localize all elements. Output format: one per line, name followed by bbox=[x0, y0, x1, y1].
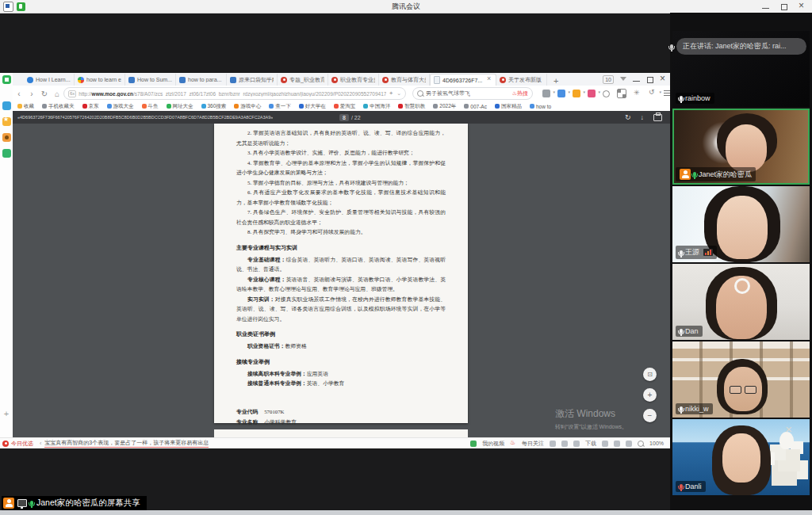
bookmark-item[interactable]: 游戏大全 bbox=[107, 103, 134, 110]
rail-add-icon[interactable]: + bbox=[0, 409, 13, 418]
browser-tab[interactable]: How I Learn... bbox=[24, 74, 75, 86]
daily-follow-label[interactable]: 每日关注 bbox=[522, 440, 544, 448]
extension-icon-pink[interactable] bbox=[588, 90, 596, 97]
doc-paragraph: 专业基础课程：综合英语、英语听力、英语口语、英语阅读、英语写作、英语视听说、书法… bbox=[236, 255, 446, 275]
bookmark-item[interactable]: 007-Ac bbox=[464, 104, 487, 109]
home-icon[interactable]: ⌂ bbox=[51, 90, 63, 98]
bookmark-item[interactable]: 360搜索 bbox=[201, 103, 227, 110]
daily-picks-icon[interactable] bbox=[2, 441, 9, 447]
forward-icon[interactable]: › bbox=[25, 90, 38, 98]
participant-tile[interactable]: nikki_w bbox=[672, 341, 810, 418]
status-icon[interactable] bbox=[561, 441, 568, 447]
pdf-print-icon[interactable] bbox=[653, 114, 662, 121]
browser-minimize-icon[interactable] bbox=[633, 76, 640, 83]
browser-close-icon[interactable] bbox=[660, 76, 667, 83]
bookmark-item[interactable]: 手机收藏夹 bbox=[42, 103, 75, 110]
settings-gear-icon[interactable] bbox=[634, 90, 642, 97]
status-icon[interactable] bbox=[550, 441, 556, 447]
history-undo-icon[interactable] bbox=[649, 90, 657, 97]
participant-tile[interactable]: 王源 bbox=[672, 186, 810, 262]
minimize-icon[interactable] bbox=[762, 3, 769, 10]
browser-tab[interactable]: 教育与体育大类 bbox=[379, 74, 430, 86]
close-icon[interactable] bbox=[799, 3, 806, 10]
extension-icon-shield[interactable] bbox=[573, 90, 580, 97]
bookmark-item[interactable]: how to bbox=[530, 104, 551, 109]
refresh-icon[interactable]: ↻ bbox=[38, 90, 51, 98]
daily-picks-label[interactable]: 今日优选 bbox=[11, 440, 33, 448]
doc-lead-label: 专业核心课程： bbox=[247, 277, 286, 282]
page-zoom-icon[interactable] bbox=[638, 441, 644, 447]
status-icon[interactable] bbox=[626, 441, 632, 447]
browser-tab[interactable]: 4D6963726F7... bbox=[430, 74, 496, 86]
back-icon[interactable]: ‹ bbox=[13, 90, 25, 98]
site-mode-badge[interactable]: 6x bbox=[68, 90, 76, 97]
browser-tab[interactable]: how to para... bbox=[176, 74, 227, 86]
participant-tile[interactable]: Danli bbox=[672, 419, 810, 495]
address-bar[interactable]: 6x http://www.moe.gov.cn/s78/A07/zcs_ztz… bbox=[63, 87, 406, 100]
hot-search-label[interactable]: ♨热搜 bbox=[512, 90, 528, 97]
participant-tile[interactable]: Dan bbox=[672, 264, 810, 340]
new-tab-button[interactable]: + bbox=[553, 76, 558, 86]
download-label[interactable]: 下载 bbox=[585, 440, 596, 448]
screenshot-icon[interactable] bbox=[542, 90, 550, 97]
daily-follow-icon[interactable] bbox=[510, 441, 516, 447]
bookmark-item[interactable]: 游戏中心 bbox=[234, 103, 261, 110]
rail-app-icon-green[interactable] bbox=[2, 149, 11, 158]
doc-field-value: 570107K bbox=[264, 409, 284, 414]
bookmark-item[interactable]: 智慧职教 bbox=[398, 103, 425, 110]
tab-count-badge[interactable]: 10 bbox=[603, 75, 614, 84]
search-icon bbox=[417, 90, 423, 97]
browser-maximize-icon[interactable] bbox=[646, 76, 653, 83]
page-zoom-value[interactable]: 100% bbox=[649, 441, 664, 446]
rail-camera-icon[interactable] bbox=[2, 133, 11, 142]
headline-collapse-icon[interactable]: ‹ bbox=[40, 441, 41, 446]
bookmark-item[interactable]: 国家精品 bbox=[495, 103, 522, 110]
status-icon[interactable] bbox=[602, 441, 608, 447]
rail-favorites-icon[interactable] bbox=[2, 117, 11, 126]
zoom-out-icon[interactable]: − bbox=[643, 409, 657, 422]
zoom-in-icon[interactable]: + bbox=[643, 388, 657, 402]
rail-app-icon-blue[interactable] bbox=[2, 101, 11, 110]
extension-icon-blue[interactable] bbox=[557, 90, 565, 97]
pdf-current-page[interactable]: 8 bbox=[339, 114, 349, 121]
tab-label: 关于发布新版 G bbox=[508, 76, 543, 84]
my-video-label[interactable]: 我的视频 bbox=[482, 440, 504, 448]
tab-favicon bbox=[27, 77, 33, 83]
tab-close-icon[interactable] bbox=[487, 78, 492, 83]
browser-tab[interactable]: 职业教育专业类 bbox=[328, 74, 379, 86]
maximize-icon[interactable] bbox=[780, 3, 787, 10]
apps-grid-icon[interactable] bbox=[617, 89, 626, 98]
search-box[interactable]: 男子被氢气球带飞 ♨热搜 bbox=[412, 87, 533, 100]
zoom-search-icon[interactable] bbox=[603, 90, 610, 97]
pdf-viewer[interactable]: 2. 掌握英语语言基础知识，具有良好的英语听、说、读、写、译的综合应用能力，尤其… bbox=[13, 124, 670, 437]
browser-tab[interactable]: 原来口袋知乎网 bbox=[227, 74, 278, 86]
pdf-document-title: «4D6963726F736F667420576F7264202D20B8DFB… bbox=[17, 115, 273, 120]
browser-tab[interactable]: 专题_职业教育司 bbox=[278, 74, 328, 86]
bookmark-item[interactable]: 斗鱼 bbox=[142, 103, 159, 110]
url-dropdown-icon[interactable]: ⌄ bbox=[396, 90, 401, 97]
browser-logo-icon[interactable] bbox=[2, 75, 11, 84]
tab-funnel-icon[interactable] bbox=[620, 76, 626, 82]
status-icon[interactable] bbox=[614, 441, 620, 447]
participant-tile[interactable]: Janet家的哈密瓜 bbox=[672, 109, 810, 185]
bookmark-item[interactable]: 2022年 bbox=[433, 103, 456, 110]
bookmark-item[interactable]: 收藏 bbox=[17, 103, 34, 110]
pdf-download-icon[interactable]: ↓ bbox=[641, 113, 645, 121]
bookmark-favicon bbox=[17, 104, 22, 109]
fit-width-icon[interactable]: ⊡ bbox=[643, 368, 657, 381]
bookmark-item[interactable]: 好大学在 bbox=[299, 103, 326, 110]
bookmark-item[interactable]: 中国海洋 bbox=[363, 103, 390, 110]
browser-tab[interactable]: How to Sum... bbox=[125, 74, 176, 86]
bookmark-item[interactable]: 查一下 bbox=[269, 103, 291, 110]
bookmark-label: 360搜索 bbox=[208, 103, 227, 110]
news-headline[interactable]: 宝宝真有高智商的3个表现，要是占了一样，孩子将来更容易有出息 bbox=[44, 439, 209, 448]
pdf-rotate-icon[interactable]: ↻ bbox=[625, 113, 631, 121]
status-icon[interactable] bbox=[573, 441, 580, 447]
browser-tab[interactable]: 关于发布新版 G bbox=[496, 74, 547, 86]
my-video-icon[interactable] bbox=[470, 441, 477, 447]
browser-tab[interactable]: how to learn e... bbox=[75, 74, 125, 86]
url-star-icon[interactable]: ✦ bbox=[389, 90, 393, 97]
bookmark-item[interactable]: 爱淘宝 bbox=[334, 103, 356, 110]
bookmark-item[interactable]: 网址大全 bbox=[167, 103, 193, 110]
bookmark-item[interactable]: 京东 bbox=[82, 103, 99, 110]
